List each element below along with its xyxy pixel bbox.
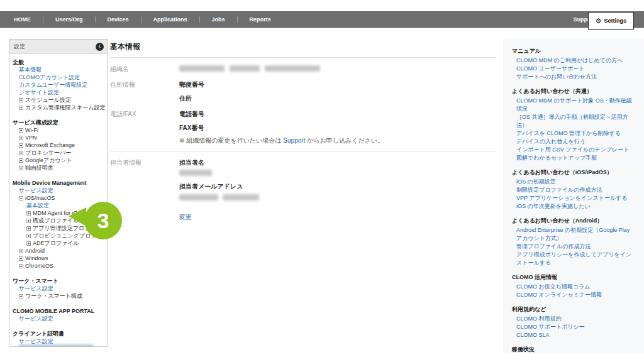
help-link[interactable]: デバイスを CLOMO 管理下から削除する <box>512 129 635 138</box>
expand-icon[interactable] <box>19 256 23 261</box>
help-link[interactable]: CLOMO ユーザーサポート <box>512 65 635 73</box>
help-link[interactable]: CLOMO MDM のサポート対象 OS・動作確認状況 <box>512 97 635 113</box>
expand-icon[interactable] <box>26 219 31 223</box>
help-link[interactable]: ［OS 共通］導入の手順（初期設定～活用方法） <box>512 113 635 129</box>
expand-icon[interactable] <box>19 128 23 133</box>
sidebar-item[interactable]: プロキシサーバー <box>9 149 107 156</box>
phone-fax-label: 電話/FAX <box>110 110 179 133</box>
help-link[interactable]: CLOMO オンラインセミナー情報 <box>512 291 635 299</box>
sidebar-item[interactable]: Microsoft Exchange <box>9 141 107 149</box>
sidebar-item[interactable]: 基本情報 <box>9 66 107 74</box>
help-section-header: 利用規約など <box>512 305 635 314</box>
settings-tab[interactable]: ⚙ Settings <box>588 12 634 30</box>
sidebar-item[interactable]: 構成プロファイル <box>9 217 107 224</box>
sidebar-item-label: VPN <box>25 134 37 141</box>
expand-icon[interactable] <box>19 106 23 110</box>
sidebar-item[interactable]: カスタムユーザー情報設定 <box>9 81 107 89</box>
help-link[interactable]: アプリ構成ポリシーを作成してアプリをインストールする <box>512 251 635 267</box>
expand-icon[interactable] <box>19 151 23 155</box>
sidebar-item[interactable] <box>9 345 107 347</box>
sidebar-section-header: 全般 <box>9 58 107 66</box>
nav-item-applications[interactable]: Applications <box>142 16 199 23</box>
change-link[interactable]: 変更 <box>179 214 192 221</box>
sidebar-item[interactable]: ワーク・スマート構成 <box>9 292 107 300</box>
sidebar-item[interactable]: 基本設定 <box>9 202 107 209</box>
expand-icon[interactable] <box>26 234 31 238</box>
expand-icon[interactable] <box>19 98 23 102</box>
help-link[interactable]: CLOMO サポートポリシー <box>512 323 635 331</box>
sidebar-item[interactable]: Googleアカウント <box>9 156 107 164</box>
help-section-header: CLOMO 活用情報 <box>512 273 635 282</box>
sidebar-item[interactable]: Windows <box>9 255 107 262</box>
sidebar-item[interactable]: VPN <box>9 134 107 141</box>
help-link[interactable]: CLOMO SLA <box>512 331 635 339</box>
sidebar-item-label: ジオサイト設定 <box>19 89 59 96</box>
sidebar-item[interactable]: 独自証明書 <box>9 164 107 172</box>
help-link[interactable]: 管理プロファイルの作成方法 <box>512 243 635 251</box>
help-section-header: 稼働状況 <box>512 346 635 353</box>
help-link[interactable]: インポート用 CSV ファイルのテンプレート <box>512 146 635 154</box>
redacted-link[interactable] <box>19 345 93 347</box>
collapse-icon[interactable] <box>19 196 23 200</box>
help-link[interactable]: サポートへのお問い合わせ方法 <box>512 73 635 81</box>
sidebar-item[interactable]: サービス設定 <box>9 187 107 194</box>
note-prefix: ※ 組織情報の変更を行いたい場合は <box>179 137 283 144</box>
redacted-text <box>179 194 218 200</box>
redacted-text <box>230 65 260 72</box>
help-link[interactable]: VPP アプリケーションをインストールする <box>512 194 635 202</box>
sidebar-section-header: サービス構成設定 <box>9 119 107 126</box>
sidebar-item[interactable]: サービス設定 <box>9 315 107 322</box>
expand-icon[interactable] <box>19 166 23 170</box>
sidebar-item[interactable]: ChromeOS <box>9 262 107 270</box>
nav-item-jobs[interactable]: Jobs <box>200 16 237 23</box>
nav-item-reports[interactable]: Reports <box>238 16 283 23</box>
sidebar-item-label: カスタムユーザー情報設定 <box>19 81 87 89</box>
expand-icon[interactable] <box>19 264 23 268</box>
sidebar-item-label: ADEプロファイル <box>33 239 79 247</box>
sidebar-item[interactable]: カスタム管理権限スキーム設定 <box>9 104 107 111</box>
help-link[interactable]: CLOMO お役立ち情報コラム <box>512 283 635 291</box>
expand-icon[interactable] <box>19 249 23 253</box>
help-link[interactable]: CLOMO MDM のご利用がはじめての方へ <box>512 57 635 65</box>
sidebar-item[interactable]: iOS/macOS <box>9 194 107 202</box>
sidebar-item-label: 構成プロファイル <box>33 217 79 224</box>
sidebar-item[interactable]: Android <box>9 247 107 255</box>
sidebar-item[interactable]: スケジュール設定 <box>9 96 107 104</box>
sidebar-item[interactable]: CLOMOアカウント設定 <box>9 74 107 81</box>
sidebar-collapse-button[interactable]: ‹ <box>96 43 104 51</box>
sidebar-item[interactable]: アプリ管理設定プロファイル <box>9 224 107 232</box>
sidebar-item[interactable]: Wi-Fi <box>9 126 107 134</box>
sidebar-item[interactable]: プロビジョニングプロファイル <box>9 232 107 239</box>
help-section-header: マニュアル <box>512 47 635 55</box>
expand-icon[interactable] <box>19 143 23 148</box>
help-link[interactable]: Android Enterprise の初期設定（Google Play アカウ… <box>512 226 635 243</box>
nav-item-users-org[interactable]: Users/Org <box>43 16 95 23</box>
expand-icon[interactable] <box>26 226 31 231</box>
support-inline-link[interactable]: Support <box>283 137 305 144</box>
sidebar-item[interactable]: サービス設定 <box>9 337 107 345</box>
section-divider <box>110 151 495 151</box>
nav-item-home[interactable]: HOME <box>14 16 43 23</box>
sidebar-item-label: スケジュール設定 <box>25 96 71 104</box>
help-link[interactable]: iOS の年次更新を実施したい <box>512 202 635 211</box>
sidebar-section: 全般基本情報CLOMOアカウント設定カスタムユーザー情報設定ジオサイト設定スケジ… <box>9 58 107 111</box>
help-link[interactable]: 図解でわかるセットアップ手順 <box>512 154 635 162</box>
help-link[interactable]: iOS の初期設定 <box>512 178 635 186</box>
expand-icon[interactable] <box>26 241 31 246</box>
sidebar-item[interactable]: サービス設定 <box>9 285 107 292</box>
help-link[interactable]: デバイスの入れ替えを行う <box>512 138 635 146</box>
help-link[interactable]: 制限設定プロファイルの作成方法 <box>512 186 635 194</box>
help-link[interactable]: CLOMO 利用規約 <box>512 315 635 323</box>
nav-item-devices[interactable]: Devices <box>96 16 141 23</box>
sidebar-section-header: ワーク・スマート <box>9 277 107 285</box>
expand-icon[interactable] <box>19 294 23 299</box>
sidebar-item-label: プロキシサーバー <box>25 149 71 156</box>
sidebar-header: 設定 ‹ <box>9 40 107 54</box>
expand-icon[interactable] <box>26 211 31 216</box>
sidebar-item[interactable]: ジオサイト設定 <box>9 89 107 96</box>
sidebar-item[interactable]: MDM Agent for iOS設定 <box>9 209 107 217</box>
sidebar-item-label: サービス設定 <box>19 315 53 322</box>
expand-icon[interactable] <box>19 158 23 163</box>
sidebar-item[interactable]: ADEプロファイル <box>9 239 107 247</box>
expand-icon[interactable] <box>19 136 23 140</box>
